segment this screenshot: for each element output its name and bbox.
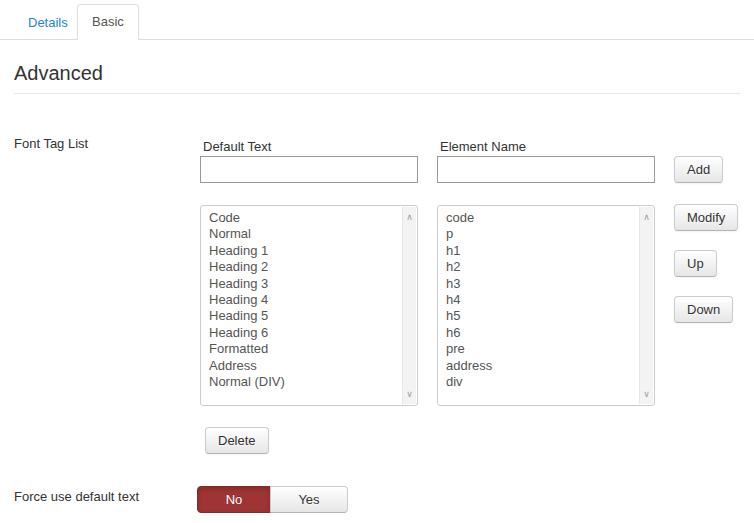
element-name-label: Element Name <box>440 139 526 154</box>
scroll-down-icon[interactable]: ∨ <box>640 387 653 401</box>
element-name-option[interactable]: div <box>438 374 638 390</box>
element-name-option[interactable]: h6 <box>438 325 638 341</box>
element-name-scrollbar[interactable]: ∧ ∨ <box>639 207 653 404</box>
scroll-up-icon[interactable]: ∧ <box>640 210 653 224</box>
font-tag-list-label: Font Tag List <box>14 136 88 151</box>
element-name-input[interactable] <box>437 156 655 183</box>
force-default-toggle: No Yes <box>197 486 348 513</box>
default-text-option[interactable]: Heading 1 <box>201 243 401 259</box>
default-text-options: CodeNormalHeading 1Heading 2Heading 3Hea… <box>201 210 401 403</box>
element-name-option[interactable]: p <box>438 226 638 242</box>
add-button[interactable]: Add <box>674 156 723 183</box>
element-name-option[interactable]: h2 <box>438 259 638 275</box>
default-text-option[interactable]: Heading 2 <box>201 259 401 275</box>
down-button[interactable]: Down <box>674 296 733 323</box>
default-text-input[interactable] <box>200 156 418 183</box>
default-text-listbox[interactable]: CodeNormalHeading 1Heading 2Heading 3Hea… <box>200 205 418 406</box>
element-name-option[interactable]: h3 <box>438 276 638 292</box>
default-text-option[interactable]: Normal (DIV) <box>201 374 401 390</box>
default-text-scrollbar[interactable]: ∧ ∨ <box>402 207 416 404</box>
default-text-option[interactable]: Code <box>201 210 401 226</box>
tab-bar: Details Basic <box>0 0 754 40</box>
default-text-option[interactable]: Address <box>201 358 401 374</box>
scroll-up-icon[interactable]: ∧ <box>403 210 416 224</box>
default-text-label: Default Text <box>203 139 271 154</box>
element-name-option[interactable]: h5 <box>438 308 638 324</box>
tab-basic[interactable]: Basic <box>77 4 139 40</box>
element-name-option[interactable]: h1 <box>438 243 638 259</box>
up-button[interactable]: Up <box>674 250 717 277</box>
element-name-listbox[interactable]: codeph1h2h3h4h5h6preaddressdiv ∧ ∨ <box>437 205 655 406</box>
default-text-option[interactable]: Heading 6 <box>201 325 401 341</box>
default-text-option[interactable]: Normal <box>201 226 401 242</box>
force-no-button[interactable]: No <box>197 486 271 513</box>
default-text-option[interactable]: Formatted <box>201 341 401 357</box>
force-use-default-text-label: Force use default text <box>14 489 139 504</box>
element-name-option[interactable]: pre <box>438 341 638 357</box>
default-text-option[interactable]: Heading 3 <box>201 276 401 292</box>
section-heading-advanced: Advanced <box>14 53 740 94</box>
scroll-down-icon[interactable]: ∨ <box>403 387 416 401</box>
default-text-option[interactable]: Heading 4 <box>201 292 401 308</box>
element-name-option[interactable]: code <box>438 210 638 226</box>
force-yes-button[interactable]: Yes <box>270 486 348 513</box>
modify-button[interactable]: Modify <box>674 204 738 231</box>
element-name-option[interactable]: address <box>438 358 638 374</box>
element-name-options: codeph1h2h3h4h5h6preaddressdiv <box>438 210 638 403</box>
delete-button[interactable]: Delete <box>205 427 269 454</box>
default-text-option[interactable]: Heading 5 <box>201 308 401 324</box>
tab-details[interactable]: Details <box>14 6 82 40</box>
element-name-option[interactable]: h4 <box>438 292 638 308</box>
